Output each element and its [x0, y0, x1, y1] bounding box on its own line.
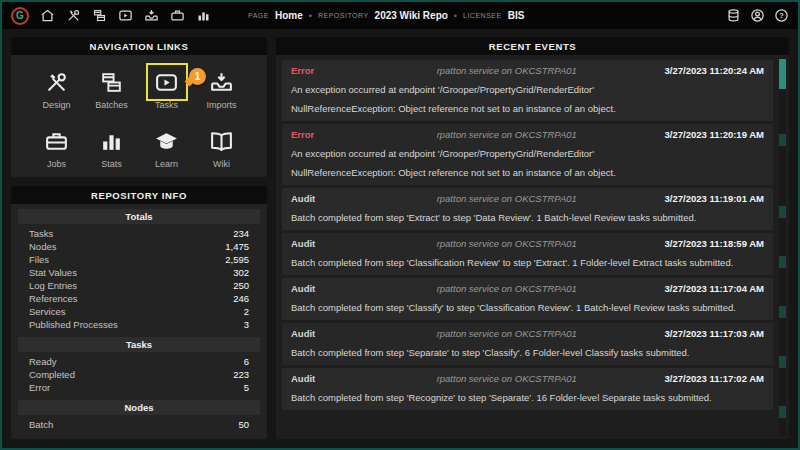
page-label: PAGE	[248, 12, 269, 19]
navigation-links-panel: NAVIGATION LINKS Design Batches	[11, 37, 267, 177]
nodes-section: Nodes Batch50	[18, 400, 260, 431]
event-header: Audit rpatton service on OKCSTRPA01 3/27…	[291, 373, 764, 384]
topbar-nav	[40, 8, 211, 23]
breadcrumb: PAGE Home • REPOSITORY 2023 Wiki Repo • …	[248, 2, 524, 29]
stat-row: Completed223	[18, 368, 260, 381]
grooper-window: G PAGE Hom	[0, 0, 800, 450]
event-meta: rpatton service on OKCSTRPA01	[357, 373, 657, 384]
nav-item-label: Imports	[206, 100, 236, 110]
section-title: Tasks	[18, 337, 260, 352]
event-timestamp: 3/27/2023 11:20:19 AM	[665, 129, 764, 140]
repository-value: 2023 Wiki Repo	[375, 10, 448, 21]
events-scrollbar[interactable]	[779, 58, 786, 436]
design-icon[interactable]	[66, 8, 81, 23]
event-timestamp: 3/27/2023 11:17:03 AM	[665, 328, 764, 339]
event-type: Audit	[291, 238, 349, 249]
event-header: Audit rpatton service on OKCSTRPA01 3/27…	[291, 283, 764, 294]
event-message: Batch completed from step 'Classificatio…	[291, 257, 764, 268]
event-meta: rpatton service on OKCSTRPA01	[357, 328, 657, 339]
repository-info-body: Totals Tasks234 Nodes1,475 Files2,595 St…	[11, 204, 267, 439]
scrollbar-mark	[779, 256, 786, 268]
repository-info-title: REPOSITORY INFO	[11, 186, 267, 204]
event-message: NullReferenceException: Object reference…	[291, 167, 764, 178]
scrollbar-mark	[779, 206, 786, 218]
nav-item-jobs[interactable]: Jobs	[29, 122, 84, 175]
nav-item-label: Design	[42, 100, 70, 110]
nav-item-label: Learn	[155, 159, 178, 169]
navigation-grid: Design Batches Tasks 1	[11, 55, 267, 177]
topbar-right: ?	[726, 8, 789, 23]
sidebar: NAVIGATION LINKS Design Batches	[11, 37, 267, 439]
home-icon[interactable]	[40, 8, 55, 23]
event-row[interactable]: Audit rpatton service on OKCSTRPA01 3/27…	[282, 368, 773, 410]
event-message: Batch completed from step 'Recognize' to…	[291, 392, 764, 403]
user-icon[interactable]	[750, 8, 765, 23]
licensee-value: BIS	[508, 10, 525, 21]
event-header: Error rpatton service on OKCSTRPA01 3/27…	[291, 129, 764, 140]
event-meta: rpatton service on OKCSTRPA01	[357, 65, 657, 76]
stat-row: Batch50	[18, 418, 260, 431]
event-row[interactable]: Error rpatton service on OKCSTRPA01 3/27…	[282, 124, 773, 185]
event-row[interactable]: Audit rpatton service on OKCSTRPA01 3/27…	[282, 278, 773, 320]
recent-events-title: RECENT EVENTS	[276, 37, 789, 55]
event-timestamp: 3/27/2023 11:19:01 AM	[665, 193, 764, 204]
help-icon[interactable]: ?	[774, 8, 789, 23]
event-row[interactable]: Audit rpatton service on OKCSTRPA01 3/27…	[282, 233, 773, 275]
event-row[interactable]: Error rpatton service on OKCSTRPA01 3/27…	[282, 60, 773, 121]
stat-row: Log Entries250	[18, 279, 260, 292]
event-message: Batch completed from step 'Separate' to …	[291, 347, 764, 358]
event-timestamp: 3/27/2023 11:17:02 AM	[665, 373, 764, 384]
section-title: Nodes	[18, 400, 260, 415]
bar-chart-icon	[94, 125, 130, 157]
scrollbar-mark	[779, 306, 786, 318]
event-timestamp: 3/27/2023 11:20:24 AM	[665, 65, 764, 76]
scrollbar-thumb[interactable]	[779, 59, 786, 89]
event-timestamp: 3/27/2023 11:18:59 AM	[665, 238, 764, 249]
event-message: An exception occurred at endpoint '/Groo…	[291, 148, 764, 159]
nav-item-wiki[interactable]: Wiki	[194, 122, 249, 175]
stat-row: Published Processes3	[18, 318, 260, 331]
tasks-icon[interactable]	[118, 8, 133, 23]
tools-icon	[39, 66, 75, 98]
event-header: Audit rpatton service on OKCSTRPA01 3/27…	[291, 328, 764, 339]
nav-item-learn[interactable]: Learn	[139, 122, 194, 175]
event-timestamp: 3/27/2023 11:17:04 AM	[665, 283, 764, 294]
stat-row: Ready6	[18, 355, 260, 368]
video-icon	[149, 66, 185, 98]
stat-row: Tasks234	[18, 227, 260, 240]
database-icon[interactable]	[726, 8, 741, 23]
event-meta: rpatton service on OKCSTRPA01	[357, 129, 657, 140]
nav-item-label: Wiki	[213, 159, 230, 169]
stats-icon[interactable]	[196, 8, 211, 23]
event-header: Audit rpatton service on OKCSTRPA01 3/27…	[291, 193, 764, 204]
topbar: G PAGE Hom	[2, 2, 798, 29]
nav-item-stats[interactable]: Stats	[84, 122, 139, 175]
licensee-label: LICENSEE	[463, 12, 502, 19]
jobs-icon[interactable]	[170, 8, 185, 23]
nav-item-label: Jobs	[47, 159, 66, 169]
scrollbar-mark	[779, 356, 786, 368]
briefcase-icon	[39, 125, 75, 157]
event-type: Audit	[291, 193, 349, 204]
event-meta: rpatton service on OKCSTRPA01	[357, 193, 657, 204]
batches-icon[interactable]	[92, 8, 107, 23]
stat-row: Stat Values302	[18, 266, 260, 279]
event-header: Audit rpatton service on OKCSTRPA01 3/27…	[291, 238, 764, 249]
repository-label: REPOSITORY	[318, 12, 369, 19]
event-row[interactable]: Audit rpatton service on OKCSTRPA01 3/27…	[282, 323, 773, 365]
events-list: Error rpatton service on OKCSTRPA01 3/27…	[276, 55, 789, 439]
recent-events-panel: RECENT EVENTS Error rpatton service on O…	[276, 37, 789, 439]
event-meta: rpatton service on OKCSTRPA01	[357, 283, 657, 294]
totals-section: Totals Tasks234 Nodes1,475 Files2,595 St…	[18, 209, 260, 331]
nav-item-label: Batches	[95, 100, 128, 110]
event-row[interactable]: Audit rpatton service on OKCSTRPA01 3/27…	[282, 188, 773, 230]
stat-row: Nodes1,475	[18, 240, 260, 253]
event-type: Error	[291, 129, 349, 140]
nav-item-batches[interactable]: Batches	[84, 63, 139, 116]
nav-item-tasks[interactable]: Tasks 1	[139, 63, 194, 116]
stat-row: Error5	[18, 381, 260, 394]
inbox-icon	[204, 66, 240, 98]
separator-dot: •	[309, 11, 312, 21]
imports-icon[interactable]	[144, 8, 159, 23]
nav-item-design[interactable]: Design	[29, 63, 84, 116]
